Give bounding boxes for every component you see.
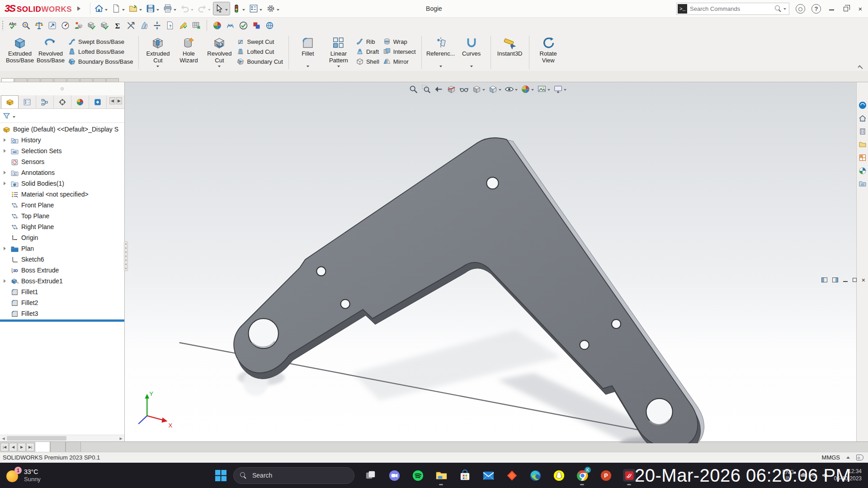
ribbon-small-button[interactable]: Boundary Cut [235, 56, 285, 66]
scroll-right-icon[interactable]: ▶ [118, 435, 124, 441]
prev-tab-icon[interactable]: ◀ [9, 443, 17, 451]
dynamic-annotation-views[interactable] [459, 84, 469, 94]
start-button[interactable] [215, 469, 227, 482]
tree-item[interactable]: Front Plane [0, 200, 124, 211]
select[interactable] [213, 2, 230, 15]
options[interactable] [265, 2, 281, 15]
tree-item[interactable]: Sketch6 [0, 254, 124, 265]
graphics-viewport[interactable]: Y X [125, 82, 856, 441]
ribbon-collapse-icon[interactable] [858, 65, 863, 70]
ribbon-big-button[interactable]: Hole Wizard [173, 35, 204, 70]
first-tab-icon[interactable]: |◀ [0, 443, 9, 451]
next-tab-icon[interactable]: ▶ [18, 443, 26, 451]
ribbon-big-button[interactable]: Fillet [292, 35, 323, 70]
panel-tab-scroll-right-icon[interactable]: ▶ [116, 97, 122, 104]
tree-item[interactable]: Fillet3 [0, 308, 124, 319]
panel-horizontal-scrollbar[interactable]: ◀ ▶ [0, 435, 124, 441]
doc-tab[interactable] [50, 442, 66, 452]
panel-splitter[interactable] [124, 241, 128, 271]
scroll-left-icon[interactable]: ◀ [0, 435, 7, 441]
command-tab[interactable] [93, 78, 106, 82]
command-tab[interactable] [80, 78, 93, 82]
ribbon-small-button[interactable]: Mirror [381, 56, 418, 66]
doc-restore-icon[interactable] [853, 278, 857, 282]
tree-item[interactable]: Right Plane [0, 221, 124, 232]
tree-root-item[interactable]: Bogie (Default) <<Default>_Display S [0, 124, 124, 135]
last-tab-icon[interactable]: ▶| [26, 443, 34, 451]
rollback-bar[interactable] [0, 319, 124, 322]
cam-tab[interactable] [89, 95, 107, 108]
search-icon[interactable] [775, 5, 782, 12]
geometry-analysis[interactable] [100, 21, 109, 30]
ribbon-big-button[interactable]: Instant3D [495, 35, 525, 70]
command-tab[interactable] [41, 78, 53, 82]
tree-item[interactable]: Sensors [0, 156, 124, 167]
expand-arrow-icon[interactable] [4, 138, 8, 142]
command-tab[interactable] [14, 78, 27, 82]
rebuild[interactable] [231, 2, 247, 15]
tree-item[interactable]: Fillet2 [0, 297, 124, 308]
snapchat[interactable] [552, 469, 565, 482]
panel-tab-scroll-left-icon[interactable]: ◀ [109, 97, 115, 104]
snip-tool[interactable] [364, 469, 377, 482]
tree-item[interactable]: Selection Sets [0, 145, 124, 156]
section-view[interactable] [447, 84, 456, 94]
minimize-button[interactable] [827, 5, 835, 13]
toolbar-grip[interactable] [2, 20, 4, 30]
hide-show-items[interactable] [505, 84, 518, 94]
propertymanager-tab[interactable] [19, 95, 36, 108]
redo[interactable] [196, 2, 212, 15]
help-icon[interactable]: ? [811, 4, 821, 14]
command-search[interactable]: >_ [676, 3, 789, 15]
taskbar-search[interactable]: Search [233, 467, 354, 484]
display-style[interactable] [488, 84, 501, 94]
restore-button[interactable] [842, 5, 850, 13]
section-properties[interactable] [47, 21, 57, 30]
curvature[interactable] [226, 21, 235, 30]
expand-arrow-icon[interactable] [4, 182, 8, 185]
appearances[interactable] [212, 21, 222, 30]
pane-right-icon[interactable] [832, 277, 838, 282]
equations[interactable] [113, 21, 123, 30]
expand-arrow-icon[interactable] [4, 149, 8, 153]
tree-item[interactable]: Origin [0, 232, 124, 243]
new-document[interactable] [110, 2, 127, 15]
home[interactable] [93, 2, 109, 15]
command-tab[interactable] [28, 78, 40, 82]
ribbon-small-button[interactable]: Swept Cut [235, 37, 285, 47]
doc-tab[interactable] [35, 442, 50, 452]
sustainability[interactable] [74, 21, 83, 30]
diamond-app[interactable] [505, 469, 518, 482]
zoom-to-area[interactable] [421, 84, 431, 94]
powerpoint[interactable] [599, 469, 612, 482]
design-checker[interactable] [179, 21, 188, 30]
tree-item[interactable]: Material <not specified> [0, 189, 124, 200]
displaymanager-tab[interactable] [71, 95, 89, 108]
tree-item[interactable]: Fillet1 [0, 286, 124, 297]
open-document[interactable] [127, 2, 144, 15]
undo[interactable] [179, 2, 195, 15]
verification[interactable] [239, 21, 248, 30]
ribbon-small-button[interactable]: Wrap [381, 37, 418, 47]
compare[interactable] [252, 21, 261, 30]
3d-content[interactable] [265, 21, 274, 30]
doc-tab[interactable] [66, 442, 81, 452]
ribbon-big-button[interactable]: Rotate View [533, 35, 564, 70]
expand-arrow-icon[interactable] [4, 279, 8, 283]
menu-expand-icon[interactable] [77, 6, 83, 11]
tree-item[interactable]: Boss-Extrude1 [0, 276, 124, 286]
tree-filter[interactable] [0, 109, 124, 123]
ribbon-small-button[interactable]: Intersect [381, 47, 418, 56]
print[interactable] [162, 2, 178, 15]
ribbon-big-button[interactable]: Linear Pattern [323, 35, 354, 70]
account-icon[interactable] [796, 4, 805, 14]
ribbon-small-button[interactable]: Rib [354, 37, 381, 47]
ribbon-small-button[interactable]: Lofted Cut [235, 47, 285, 56]
configurationmanager-tab[interactable] [36, 95, 54, 108]
tree-item[interactable]: Annotations [0, 167, 124, 178]
measure[interactable] [34, 21, 44, 30]
ribbon-small-button[interactable]: Swept Boss/Base [66, 37, 135, 47]
microsoft-store[interactable] [458, 469, 471, 482]
compare-documents[interactable] [165, 21, 175, 30]
apply-scene[interactable] [537, 84, 550, 94]
